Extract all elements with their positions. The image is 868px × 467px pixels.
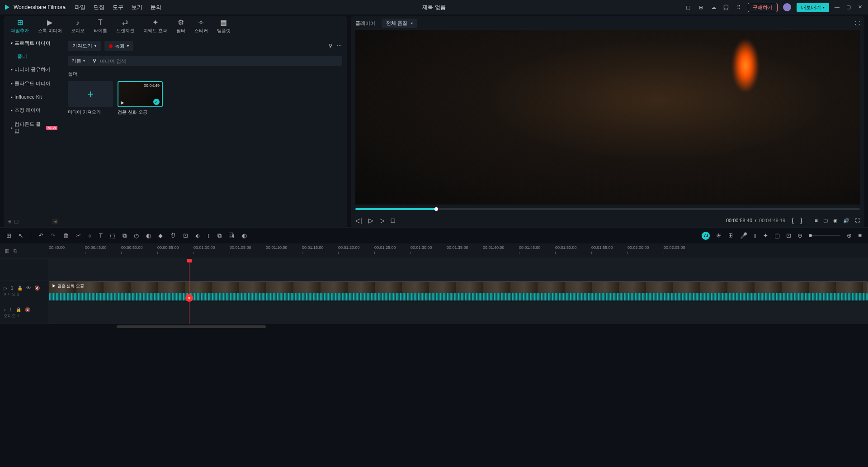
shield-icon[interactable]: ⛨ bbox=[728, 232, 734, 239]
color-icon[interactable]: ◐ bbox=[146, 232, 151, 239]
menu-file[interactable]: 파일 bbox=[75, 4, 85, 11]
video-track-head[interactable]: ▷1🔒👁🔇 비디오 1 bbox=[0, 281, 48, 302]
play-back-icon[interactable]: ▷ bbox=[368, 217, 373, 224]
bracket-in-icon[interactable]: { bbox=[792, 217, 794, 224]
search-base-dropdown[interactable]: 기본▾ bbox=[71, 57, 89, 64]
fullscreen-icon[interactable]: ⛶ bbox=[855, 218, 860, 224]
tab-effect[interactable]: ✦이펙트 효과 bbox=[139, 18, 172, 34]
menu-help[interactable]: 문의 bbox=[151, 4, 161, 11]
tab-sticker[interactable]: ✧스티커 bbox=[190, 18, 212, 34]
mixer-icon[interactable]: ⫿ bbox=[754, 232, 757, 239]
snap-icon[interactable]: ⊡ bbox=[786, 232, 791, 239]
tab-audio[interactable]: ♪오디오 bbox=[66, 19, 89, 34]
timeline-link-icon[interactable]: ⧉ bbox=[14, 248, 17, 254]
audio-waveform[interactable] bbox=[49, 293, 868, 300]
minimize-icon[interactable]: — bbox=[835, 4, 841, 10]
text-tool-icon[interactable]: T bbox=[99, 232, 103, 239]
tab-filter[interactable]: ⚙필터 bbox=[172, 18, 190, 34]
menu-tools[interactable]: 도구 bbox=[113, 4, 123, 11]
zoom-in-icon[interactable]: ⊕ bbox=[847, 232, 852, 239]
folder-icon[interactable]: ▢ bbox=[14, 219, 19, 224]
tab-template[interactable]: ▦템플릿 bbox=[212, 18, 235, 34]
keyframe-icon[interactable]: ◆ bbox=[158, 232, 163, 239]
sidebar-folder[interactable]: 폴더 bbox=[4, 50, 62, 62]
crop-icon[interactable]: ⟐ bbox=[88, 232, 92, 239]
sidebar-project-media[interactable]: ▾프로젝트 미디어 bbox=[4, 36, 62, 50]
eye-icon[interactable]: 👁 bbox=[26, 286, 31, 291]
view-mode-icon[interactable]: ≡ bbox=[858, 232, 862, 239]
collapse-icon[interactable]: ◀ bbox=[52, 219, 58, 224]
menu-view[interactable]: 보기 bbox=[132, 4, 142, 11]
redo-icon[interactable]: ↷ bbox=[51, 232, 56, 239]
apps-icon[interactable]: ⠿ bbox=[735, 4, 742, 11]
cloud-icon[interactable]: ☁ bbox=[710, 4, 717, 11]
tab-stock[interactable]: ▶스톡 미디어 bbox=[33, 18, 66, 34]
toggle-icon[interactable]: ◐ bbox=[242, 232, 247, 239]
timer-icon[interactable]: ⏱ bbox=[170, 232, 176, 239]
player-viewport[interactable] bbox=[355, 30, 860, 205]
sidebar-adjust-layer[interactable]: ▸조정 레이어 bbox=[4, 103, 62, 117]
media-video-card[interactable]: 00:04:49 ▶ ✓ 검은 신화 오공 bbox=[118, 81, 163, 115]
zoom-out-icon[interactable]: ⊖ bbox=[797, 232, 802, 239]
filter-settings-icon[interactable]: ⚲ bbox=[329, 43, 332, 49]
timeline-settings-icon[interactable]: ▥ bbox=[5, 248, 9, 254]
tab-title[interactable]: T타이틀 bbox=[89, 19, 112, 34]
zoom-slider[interactable] bbox=[809, 235, 840, 236]
compare-icon[interactable]: ≡ bbox=[815, 218, 818, 224]
render-icon[interactable]: ▢ bbox=[774, 232, 780, 239]
maximize-icon[interactable]: ▢ bbox=[846, 4, 853, 10]
timeline-scrollbar[interactable] bbox=[0, 324, 868, 329]
group-icon[interactable]: ⧉ bbox=[217, 232, 222, 239]
headphones-icon[interactable]: 🎧 bbox=[722, 4, 730, 11]
sidebar-share-media[interactable]: ▸미디어 공유하기 bbox=[4, 62, 62, 76]
sidebar-influence-kit[interactable]: ▸Influence Kit bbox=[4, 91, 62, 103]
mic-icon[interactable]: 🎤 bbox=[740, 232, 747, 239]
layout-icon[interactable]: ▢ bbox=[684, 4, 692, 11]
lock-icon[interactable]: 🔒 bbox=[17, 286, 23, 291]
quality-dropdown[interactable]: 전체 품질▾ bbox=[382, 19, 417, 28]
timeline-tracks-area[interactable]: ✕ ▶ 검은 신화 오공 bbox=[49, 259, 868, 324]
cut-icon[interactable]: ✂ bbox=[76, 232, 81, 239]
sun-icon[interactable]: ☀ bbox=[716, 232, 722, 239]
arrow-icon[interactable]: ↖ bbox=[19, 232, 24, 239]
export-button[interactable]: 내보내기▾ bbox=[797, 3, 829, 12]
speed-icon[interactable]: ◷ bbox=[134, 232, 139, 239]
playhead[interactable]: ✕ bbox=[189, 259, 189, 324]
adjust-icon[interactable]: ⫿ bbox=[207, 232, 210, 239]
snapshot-icon[interactable]: ⛶ bbox=[855, 20, 860, 26]
marker-icon[interactable]: ⬚ bbox=[110, 232, 115, 239]
timeline-ruler[interactable]: 00:40:0000:00:45:0000:00:50:0000:00:55:0… bbox=[49, 243, 868, 258]
buy-button[interactable]: 구매하기 bbox=[748, 3, 778, 12]
undo-icon[interactable]: ↶ bbox=[38, 232, 43, 239]
search-input[interactable] bbox=[100, 58, 338, 64]
effect-icon[interactable]: ✦ bbox=[763, 232, 768, 239]
tab-file-add[interactable]: ⊞파일추가 bbox=[6, 18, 33, 34]
user-avatar[interactable] bbox=[783, 3, 791, 11]
video-clip[interactable]: ▶ 검은 신화 오공 bbox=[49, 281, 868, 293]
menu-edit[interactable]: 편집 bbox=[94, 4, 104, 11]
playhead-marker-icon[interactable]: ✕ bbox=[185, 294, 193, 302]
copy-icon[interactable]: ⿻ bbox=[229, 232, 235, 239]
volume-icon[interactable]: 🔊 bbox=[843, 218, 849, 224]
media-import-card[interactable]: + 미디어 가져오기 bbox=[68, 81, 113, 115]
delete-icon[interactable]: 🗑 bbox=[63, 232, 69, 239]
record-button[interactable]: 녹화▾ bbox=[104, 41, 133, 51]
ai-toggle-icon[interactable]: AI bbox=[702, 232, 710, 240]
stop-icon[interactable]: □ bbox=[391, 217, 395, 224]
camera-icon[interactable]: ◉ bbox=[833, 218, 838, 224]
audio-track-head[interactable]: ♪1🔒🔇 오디오 1 bbox=[0, 302, 48, 324]
more-icon[interactable]: ⋯ bbox=[337, 43, 342, 49]
focus-icon[interactable]: ⊡ bbox=[183, 232, 188, 239]
sidebar-cloud-media[interactable]: ▸클라우드 미디어 bbox=[4, 76, 62, 91]
close-icon[interactable]: ✕ bbox=[858, 4, 864, 10]
mute-icon[interactable]: 🔇 bbox=[25, 307, 30, 312]
lock-icon[interactable]: 🔒 bbox=[16, 307, 21, 312]
prev-frame-icon[interactable]: ◁| bbox=[355, 217, 362, 224]
link-icon[interactable]: ⧉ bbox=[123, 232, 127, 239]
tab-transition[interactable]: ⇄트랜지션 bbox=[112, 18, 139, 34]
folder-add-icon[interactable]: ⊞ bbox=[7, 219, 11, 224]
mute-icon[interactable]: 🔇 bbox=[34, 286, 40, 291]
import-button[interactable]: 가져오기▾ bbox=[68, 41, 101, 51]
display-icon[interactable]: ▢ bbox=[823, 218, 828, 224]
bracket-out-icon[interactable]: } bbox=[800, 217, 802, 224]
